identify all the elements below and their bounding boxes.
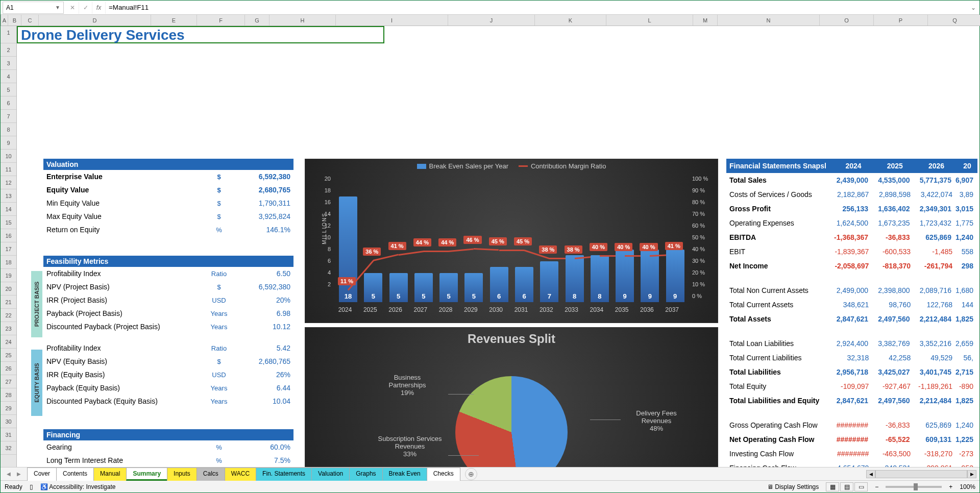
formula-bar: A1 ▼ ✕ ✓ fx ⌄ [1,1,979,15]
column-header-N[interactable]: N [718,15,820,26]
column-header-F[interactable]: F [197,15,245,26]
fin-row: Financing Cash Flow4,654,670240,531-290,… [726,461,977,467]
sheet-tab-calcs[interactable]: Calcs [197,467,225,481]
row-header[interactable]: 24 [1,335,16,349]
row-header[interactable]: 32 [1,441,16,455]
fin-table-header: Financial Statements Snapsl 2024 2025 20… [726,159,977,173]
row-header[interactable]: 23 [1,322,16,335]
column-header-O[interactable]: O [820,15,874,26]
display-settings-button[interactable]: 🖥 Display Settings [767,483,819,490]
hscroll-left-icon[interactable]: ◀ [866,470,875,478]
row-header[interactable]: 18 [1,256,16,269]
zoom-out-button[interactable]: − [875,483,878,490]
chevron-down-icon[interactable]: ▼ [55,5,60,10]
row-header[interactable]: 4 [1,70,16,83]
bar: 9 [666,250,684,303]
cm-label: 44 % [413,238,431,246]
row-header[interactable]: 13 [1,189,16,203]
row-header[interactable]: 14 [1,203,16,216]
column-header-M[interactable]: M [693,15,718,26]
row-header[interactable]: 6 [1,96,16,110]
sheet-tab-fin-statements[interactable]: Fin. Statements [256,467,312,481]
row-header[interactable]: 29 [1,402,16,415]
sheet-tab-cover[interactable]: Cover [27,467,57,481]
column-header-D[interactable]: D [39,15,151,26]
row-header[interactable]: 17 [1,242,16,256]
row-header[interactable]: 25 [1,349,16,362]
row-header[interactable]: 11 [1,163,16,176]
horizontal-scrollbar[interactable]: ◀ ▶ [866,470,976,478]
sheet-tab-valuation[interactable]: Valuation [311,467,350,481]
sheet-tab-manual[interactable]: Manual [93,467,127,481]
column-header-B[interactable]: B [8,15,21,26]
row-header[interactable]: 7 [1,110,16,123]
zoom-slider[interactable] [886,486,942,488]
sheet-tab-inputs[interactable]: Inputs [167,467,197,481]
view-page-break-icon[interactable]: ▭ [854,482,868,491]
column-header-E[interactable]: E [151,15,197,26]
row-header[interactable]: 19 [1,269,16,282]
formula-input[interactable] [106,2,967,14]
macro-record-icon[interactable]: ▯ [30,483,33,490]
column-header-H[interactable]: H [270,15,336,26]
row-header[interactable]: 15 [1,216,16,229]
view-normal-icon[interactable]: ▦ [826,482,839,491]
hscroll-right-icon[interactable]: ▶ [967,470,976,478]
tab-nav-next-icon[interactable]: ▶ [14,469,24,479]
column-header-A[interactable]: A [1,15,8,26]
fin-row: Operating Expenses1,624,5001,673,2351,72… [726,216,977,230]
row-header[interactable]: 16 [1,229,16,242]
row-header[interactable]: 26 [1,362,16,375]
accessibility-status[interactable]: ♿ Accessibility: Investigate [40,483,116,490]
new-sheet-button[interactable]: ⊕ [465,468,477,480]
sheet-tab-checks[interactable]: Checks [427,467,460,481]
view-page-layout-icon[interactable]: ▤ [840,482,853,491]
row-header[interactable]: 10 [1,150,16,163]
sheet-tab-wacc[interactable]: WACC [225,467,256,481]
fin-row: Total Current Liabilities32,31842,25849,… [726,351,977,365]
sheet-tab-contents[interactable]: Contents [56,467,94,481]
zoom-level[interactable]: 100% [960,483,975,490]
cm-label: 46 % [463,236,481,244]
fin-row: Net Operating Cash Flow########-65,52260… [726,432,977,447]
sheet-tab-summary[interactable]: Summary [126,467,167,481]
zoom-in-button[interactable]: + [949,483,952,490]
pie-label-partnerships: BusinessPartnerships19% [372,374,443,397]
sheet-tab-graphs[interactable]: Graphs [349,467,382,481]
row-header[interactable]: 9 [1,136,16,150]
column-header-I[interactable]: I [336,15,448,26]
row-header[interactable]: 31 [1,428,16,441]
formula-accept-icon[interactable]: ✓ [79,2,92,14]
x-tick: 2029 [458,306,483,313]
sheet-tab-break-even[interactable]: Break Even [382,467,427,481]
fx-icon[interactable]: fx [92,2,106,14]
name-box[interactable]: A1 ▼ [3,2,64,14]
row-header[interactable]: 22 [1,309,16,322]
row-header[interactable]: 1 [1,26,16,43]
column-header-C[interactable]: C [21,15,39,26]
tab-nav-prev-icon[interactable]: ◀ [4,469,14,479]
formula-expand-icon[interactable]: ⌄ [967,4,979,11]
column-header-K[interactable]: K [535,15,606,26]
row-header[interactable]: 3 [1,57,16,70]
row-header[interactable]: 28 [1,388,16,402]
column-header-P[interactable]: P [874,15,928,26]
row-header[interactable]: 12 [1,176,16,189]
row-header[interactable]: 21 [1,295,16,309]
row-header[interactable]: 30 [1,415,16,428]
row-header[interactable]: 8 [1,123,16,136]
row-header[interactable]: 2 [1,43,16,57]
hscroll-track[interactable] [875,470,967,478]
column-header-Q[interactable]: Q [928,15,980,26]
formula-cancel-icon[interactable]: ✕ [66,2,79,14]
column-header-G[interactable]: G [245,15,270,26]
fin-row: Total Current Assets348,62198,760122,768… [726,298,977,312]
column-header-J[interactable]: J [448,15,535,26]
row-header[interactable]: 5 [1,83,16,96]
bar: 9 [641,250,659,303]
grid-body[interactable]: Drone Delivery Services Summary The Mode… [17,26,979,467]
row-header[interactable]: 27 [1,375,16,388]
column-header-L[interactable]: L [606,15,693,26]
row-header[interactable]: 20 [1,282,16,295]
valuation-header: Valuation [43,159,293,170]
